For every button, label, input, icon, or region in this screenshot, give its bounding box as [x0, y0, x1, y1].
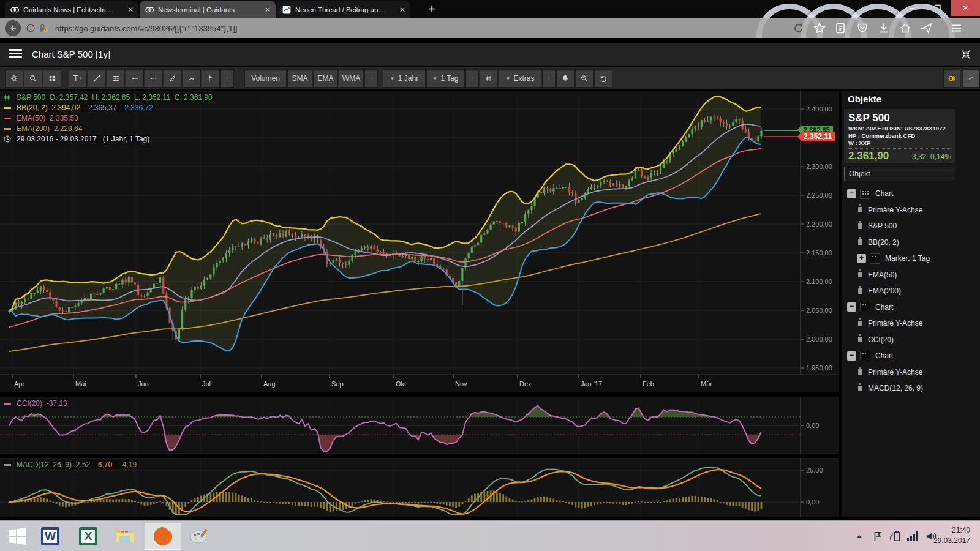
collapse-widget-icon[interactable] — [960, 49, 971, 60]
period-select-button[interactable]: ▼1 Jahr — [383, 69, 426, 88]
reload-icon[interactable] — [793, 22, 805, 34]
tree-item-marker-1-tag[interactable]: +Marker: 1 Tag — [857, 252, 930, 264]
instrument-card[interactable]: S&P 500 WKN: A0AET0 ISIN: US78378X1072 H… — [844, 109, 956, 163]
pocket-icon[interactable] — [856, 22, 869, 34]
sma-button-button[interactable]: SMA — [287, 69, 312, 88]
text-tool-button[interactable]: T+ — [69, 69, 87, 88]
minimize-button[interactable]: – — [899, 0, 925, 16]
tree-item-macd-12-26-9-[interactable]: MACD(12, 26, 9) — [858, 382, 923, 394]
flag-tool-button[interactable] — [202, 69, 220, 88]
undo-button-button[interactable] — [594, 69, 612, 88]
volumen-button-button[interactable]: Volumen — [244, 69, 287, 88]
tree-item-ema-50-[interactable]: EMA(50) — [858, 269, 897, 281]
premium-button[interactable] — [943, 69, 960, 88]
horizontal-line-tool-button[interactable] — [126, 69, 144, 88]
draw-tools-dropdown-button[interactable] — [221, 69, 234, 88]
tree-item-label: EMA(50) — [868, 271, 897, 279]
home-icon[interactable] — [899, 22, 911, 34]
chart-widget-button[interactable] — [963, 69, 980, 88]
fibonacci-tool-button[interactable] — [107, 69, 125, 88]
series-chip — [4, 107, 11, 109]
browser-tab[interactable]: Neuen Thread / Beitrag an...✕ — [277, 1, 410, 18]
panel-separator — [0, 392, 839, 397]
objekt-search-box[interactable]: Objekt — [844, 167, 956, 181]
reading-list-icon[interactable] — [834, 22, 846, 34]
taskbar-word-button[interactable]: W — [38, 524, 62, 549]
search-button[interactable] — [24, 69, 42, 88]
legend-text: MACD(12, 26, 9) 2,52 — [15, 460, 92, 469]
collapse-toggle[interactable]: − — [847, 351, 856, 361]
download-icon[interactable] — [878, 22, 890, 34]
panel-separator — [0, 454, 839, 458]
menu-hamburger-icon[interactable] — [951, 22, 963, 34]
object-pin-icon — [858, 223, 862, 229]
tree-item-ema-200-[interactable]: EMA(200) — [858, 285, 901, 297]
extras-select-button[interactable]: ▼Extras — [499, 69, 541, 88]
widget-menu-icon[interactable] — [9, 49, 22, 59]
x-axis-month-label: Jun — [138, 380, 149, 388]
battery-icon[interactable] — [889, 531, 902, 542]
back-button[interactable] — [5, 20, 21, 36]
tree-item-label: Primäre Y-Achse — [868, 319, 922, 328]
tab-close-icon[interactable]: ✕ — [398, 6, 407, 14]
draw-tool-button[interactable] — [164, 69, 182, 88]
alert-button-button[interactable] — [556, 69, 575, 88]
series-chip — [4, 128, 11, 130]
collapse-toggle[interactable]: − — [847, 189, 856, 198]
start-button[interactable] — [5, 524, 29, 549]
tree-item-prim-re-y-achse[interactable]: Primäre Y-Achse — [858, 366, 922, 378]
main-legend-row: S&P 500 O: 2.357,42 H: 2.362,65 L: 2.352… — [4, 93, 214, 102]
cci-panel[interactable]: 0,00 — [0, 397, 839, 454]
taskbar-clock[interactable]: 21:40 29.03.2017 — [933, 525, 970, 546]
tree-item-chart[interactable]: −Chart — [847, 301, 893, 313]
interval-select-button[interactable]: ▼1 Tag — [426, 69, 465, 88]
tree-item-bb-20-2-[interactable]: BB(20, 2) — [858, 236, 899, 249]
arc-tool-button[interactable] — [183, 69, 201, 88]
expand-toggle[interactable]: + — [857, 254, 866, 263]
restore-button[interactable]: ❐ — [925, 0, 951, 16]
tree-item-label: Primäre Y-Achse — [868, 206, 922, 214]
url-text[interactable]: https://go.guidants.com/#c/98026/[[{"i":… — [55, 24, 237, 33]
tree-item-cci-20-[interactable]: CCI(20) — [858, 334, 894, 346]
main-legend-row: EMA(200) 2.229,64 — [4, 124, 214, 133]
collapse-toggle[interactable]: − — [847, 302, 856, 312]
taskbar-excel-button[interactable]: X — [76, 524, 100, 549]
tree-item-chart[interactable]: −Chart — [847, 350, 893, 362]
trendline-tool-button[interactable] — [88, 69, 106, 88]
chart-type-button-button[interactable] — [480, 69, 498, 88]
taskbar-firefox-button[interactable] — [145, 523, 181, 550]
browser-tab[interactable]: Guidants News | Echtzeitn...✕ — [5, 1, 138, 18]
close-button[interactable]: ✕ — [951, 0, 980, 16]
divider — [848, 148, 951, 149]
url-bar[interactable]: i ! https://go.guidants.com/#c/98026/[[{… — [26, 21, 785, 36]
action-center-flag-icon[interactable] — [872, 531, 883, 542]
y-axis-tick-label: 1.950,00 — [806, 364, 832, 372]
browser-tab[interactable]: Newsterminal | Guidants✕ — [140, 1, 276, 18]
tree-item-prim-re-y-achse[interactable]: Primäre Y-Achse — [858, 317, 922, 329]
indicator-dropdown-button[interactable] — [364, 69, 378, 88]
extras-dropdown-button[interactable] — [542, 69, 556, 88]
tray-expand-icon[interactable] — [855, 533, 864, 539]
tree-item-chart[interactable]: −Chart — [847, 187, 893, 200]
layout-grid-button[interactable] — [43, 69, 61, 88]
info-icon[interactable]: i — [26, 23, 36, 33]
network-signal-icon[interactable] — [907, 531, 919, 541]
security-warning-icon[interactable]: ! — [38, 23, 49, 33]
taskbar-explorer-button[interactable] — [113, 524, 137, 549]
taskbar-paint-button[interactable] — [187, 524, 212, 549]
interval-dropdown-button[interactable] — [466, 69, 479, 88]
clock-date: 29.03.2017 — [933, 536, 970, 546]
zoom-in-button-button[interactable] — [575, 69, 594, 88]
dotted-line-tool-button[interactable] — [145, 69, 163, 88]
tab-close-icon[interactable]: ✕ — [126, 6, 135, 14]
bookmark-star-icon[interactable] — [813, 22, 826, 34]
settings-button[interactable] — [5, 69, 23, 88]
tree-item-label: Chart — [875, 303, 893, 312]
chart-area[interactable]: 2.400,002.300,002.250,002.200,002.150,00… — [0, 91, 839, 517]
ema-button-button[interactable]: EMA — [313, 69, 338, 88]
tree-item-s-p-500[interactable]: S&P 500 — [858, 220, 897, 232]
tab-close-icon[interactable]: ✕ — [263, 6, 272, 14]
wma-button-button[interactable]: WMA — [339, 69, 364, 88]
send-page-icon[interactable] — [921, 22, 933, 34]
tree-item-prim-re-y-achse[interactable]: Primäre Y-Achse — [858, 204, 922, 216]
